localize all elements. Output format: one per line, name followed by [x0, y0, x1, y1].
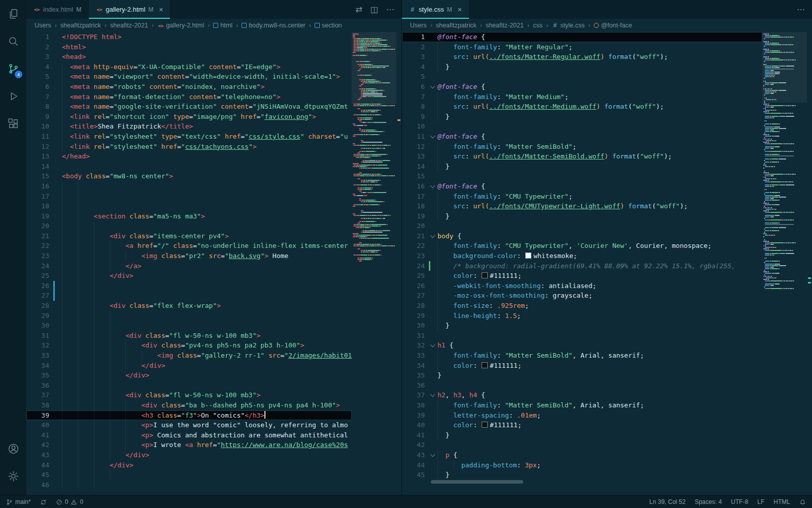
run-debug-icon[interactable] [0, 82, 26, 110]
code-line[interactable]: 7<meta name="format-detection" content="… [26, 92, 352, 102]
extensions-icon[interactable] [0, 110, 26, 137]
code-line[interactable]: 45 [26, 470, 352, 480]
code-line[interactable]: 5<meta name="viewport" content="width=de… [26, 72, 352, 82]
code-line[interactable]: 46 [26, 480, 352, 490]
tab-gallery-2.html[interactable]: gallery-2.htmlM× [89, 0, 171, 19]
close-icon[interactable]: × [159, 6, 163, 14]
breadcrumb-item[interactable]: section [315, 22, 342, 29]
breadcrumb-item[interactable]: Users [410, 22, 427, 29]
code-line[interactable]: 21body { [402, 231, 762, 241]
code-line[interactable]: 22font-family: "CMU Typewriter", 'Courie… [402, 241, 762, 251]
code-line[interactable]: 38<div class="ba b--dashed ph5-ns pv4-ns… [26, 400, 352, 410]
code-line[interactable]: 27-moz-osx-font-smoothing: grayscale; [402, 291, 762, 301]
code-line[interactable]: 8src: url(../fonts/Matter-Medium.woff) f… [402, 102, 762, 112]
code-line[interactable]: 25</div> [26, 271, 352, 281]
code-line[interactable]: 1<!DOCTYPE html> [26, 32, 352, 42]
code-line[interactable]: 12<link rel="stylesheet" href="css/tachy… [26, 142, 352, 152]
code-line[interactable]: 16@font-face { [402, 181, 762, 192]
code-line[interactable]: 14 [26, 162, 352, 172]
code-line[interactable]: 43p { [402, 450, 762, 460]
code-line[interactable]: 6@font-face { [402, 82, 762, 92]
code-line[interactable]: 34</div> [26, 361, 352, 371]
minimap[interactable] [762, 32, 812, 495]
code-line[interactable]: 2font-family: "Matter Regular"; [402, 42, 762, 52]
code-line[interactable]: 28font-size: .925rem; [402, 301, 762, 311]
code-line[interactable]: 32h1 { [402, 340, 762, 351]
code-line[interactable]: 41} [402, 430, 762, 440]
indentation-setting[interactable]: Spaces: 4 [695, 498, 722, 505]
breadcrumb-item[interactable]: style.css [552, 22, 585, 29]
code-line[interactable]: 9<link rel="shortcut icon" type="image/p… [26, 112, 352, 122]
code-line[interactable]: 5 [402, 72, 762, 82]
code-line[interactable]: 33<img class="gallery-2 rr-1" src="2/ima… [26, 351, 352, 361]
fold-chevron-icon[interactable] [430, 133, 435, 138]
breadcrumb-item[interactable]: body.mw8-ns.center [242, 22, 306, 29]
code-line[interactable]: 2<html> [26, 42, 352, 52]
code-line[interactable]: 22<a href="/" class="no-underline inline… [26, 241, 352, 251]
code-line[interactable]: 37h2, h3, h4 { [402, 390, 762, 400]
code-line[interactable]: 36 [402, 380, 762, 391]
sync-button[interactable] [40, 499, 47, 505]
code-line[interactable]: 31 [402, 331, 762, 341]
code-line[interactable]: 39<h3 class="f3">On "comics"</h3> [26, 410, 352, 421]
code-line[interactable]: 35</div> [26, 370, 352, 380]
code-line[interactable]: 29 [26, 311, 352, 321]
breadcrumb-item[interactable]: css [533, 22, 543, 29]
code-line[interactable]: 28<div class="flex flex-wrap"> [26, 301, 352, 311]
code-line[interactable]: 43</div> [26, 450, 352, 460]
code-line[interactable]: 32<div class="pv4-ns ph5-ns pa2 pb3 h-10… [26, 340, 352, 351]
code-line[interactable]: 41<p> Comics and abstraction are somewha… [26, 430, 352, 440]
open-changes-icon[interactable]: ⇄ [355, 6, 362, 14]
code-line[interactable]: 25color: #111111; [402, 271, 762, 281]
settings-icon[interactable] [0, 462, 26, 490]
tab-index.html[interactable]: index.htmlM [26, 0, 89, 19]
code-line[interactable]: 3<head> [26, 52, 352, 62]
encoding-setting[interactable]: UTF-8 [731, 498, 748, 505]
breadcrumb-item[interactable]: gallery-2.html [157, 22, 204, 29]
breadcrumb-item[interactable]: Users [35, 22, 51, 29]
code-line[interactable]: 20 [402, 221, 762, 231]
code-line[interactable]: 30 [26, 321, 352, 331]
code-line[interactable]: 14} [402, 162, 762, 172]
split-editor-icon[interactable]: ◫ [370, 6, 378, 14]
code-line[interactable]: 45} [402, 470, 762, 480]
fold-chevron-icon[interactable] [430, 233, 435, 238]
code-line[interactable]: 44padding-bottom: 3px; [402, 460, 762, 470]
notifications-button[interactable] [799, 499, 806, 505]
code-line[interactable]: 20 [26, 221, 352, 231]
code-line[interactable]: 18src: url(../fonts/CMUTypewriter-Light.… [402, 201, 762, 211]
code-line[interactable]: 4} [402, 62, 762, 72]
search-icon[interactable] [0, 27, 26, 55]
explorer-icon[interactable] [0, 0, 26, 27]
code-line[interactable]: 19<section class="ma5-ns ma3"> [26, 211, 352, 221]
close-icon[interactable]: × [458, 6, 462, 14]
code-line[interactable]: 10 [402, 121, 762, 132]
eol-setting[interactable]: LF [757, 498, 764, 505]
language-mode[interactable]: HTML [773, 498, 790, 505]
code-line[interactable]: 6<meta name="robots" content="noindex, n… [26, 82, 352, 92]
code-line[interactable]: 24/* background: radial-gradient(69.41% … [402, 261, 762, 271]
code-line[interactable]: 38font-family: "Matter SemiBold", Arial,… [402, 400, 762, 410]
code-line[interactable]: 42 [402, 440, 762, 450]
code-line[interactable]: 26-webkit-font-smoothing: antialiased; [402, 281, 762, 291]
problems-indicator[interactable]: 0 0 [56, 498, 83, 505]
code-line[interactable]: 8<meta name="google-site-verification" c… [26, 102, 352, 112]
code-line[interactable]: 40color: #111111; [402, 420, 762, 430]
code-line[interactable]: 29line-height: 1.5; [402, 311, 762, 321]
code-line[interactable]: 40<p>I use the word "comic" loosely, ref… [26, 420, 352, 430]
code-line[interactable]: 7font-family: "Matter Medium"; [402, 92, 762, 102]
more-icon[interactable]: ⋯ [386, 6, 394, 14]
fold-chevron-icon[interactable] [430, 452, 435, 457]
code-line[interactable]: 36 [26, 380, 352, 391]
fold-chevron-icon[interactable] [430, 183, 435, 188]
code-line[interactable]: 27 [26, 291, 352, 301]
code-line[interactable]: 30} [402, 321, 762, 331]
code-line[interactable]: 11@font-face { [402, 132, 762, 142]
code-line[interactable]: 13src: url(../fonts/Matter-SemiBold.woff… [402, 151, 762, 162]
code-line[interactable]: 39letter-spacing: .01em; [402, 410, 762, 421]
fold-chevron-icon[interactable] [430, 392, 435, 397]
git-branch-indicator[interactable]: main* [6, 498, 31, 505]
more-icon[interactable]: ⋯ [797, 6, 805, 14]
fold-chevron-icon[interactable] [430, 342, 435, 347]
code-line[interactable]: 23<img class="pr2" src="back.svg"> Home [26, 251, 352, 261]
